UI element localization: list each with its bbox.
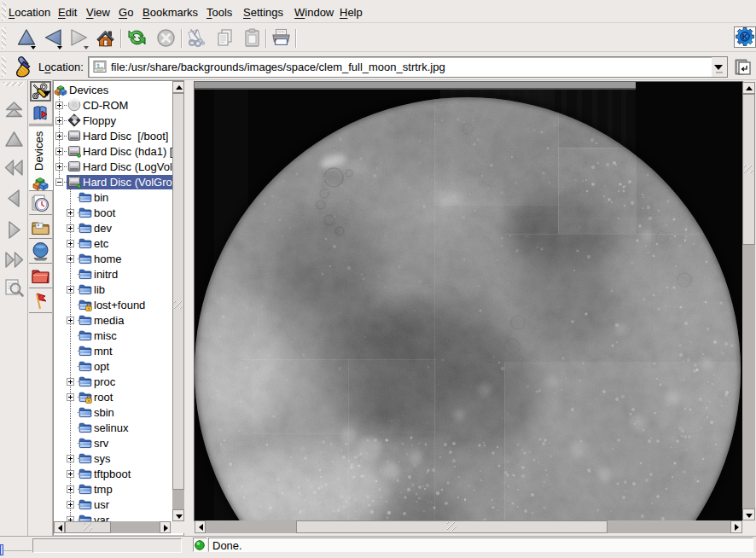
svg-text:K: K bbox=[742, 32, 748, 41]
